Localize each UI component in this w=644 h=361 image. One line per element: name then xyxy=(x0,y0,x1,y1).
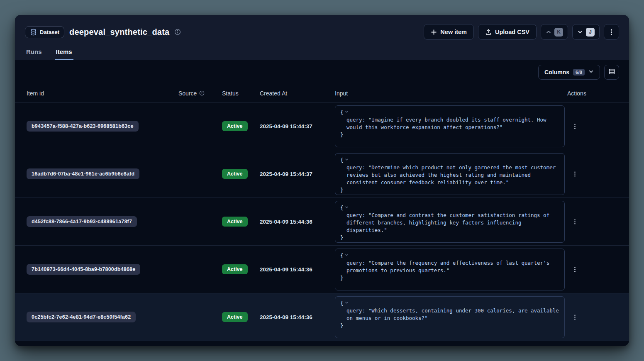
table-row: 0c25bfc2-7e62-4e81-94d7-e8c50f54fa62 Act… xyxy=(15,293,629,341)
table-toolbar: Columns 6/8 xyxy=(15,60,629,84)
row-height-button[interactable] xyxy=(604,65,619,80)
input-json-preview[interactable]: { query: "Imagine if every branch double… xyxy=(335,105,565,147)
row-actions-button[interactable] xyxy=(567,264,582,275)
tab-bar: Runs Items xyxy=(25,46,619,60)
input-query-text: query: "Imagine if every branch doubled … xyxy=(340,116,559,131)
item-id-pill[interactable]: 0c25bfc2-7e62-4e81-94d7-e8c50f54fa62 xyxy=(27,312,136,322)
upload-icon xyxy=(485,29,492,35)
chevron-down-icon xyxy=(588,69,594,76)
collapse-chevron-icon[interactable] xyxy=(345,204,349,211)
dataset-type-badge: Dataset xyxy=(25,26,64,38)
items-table: Item id Source Status Created At Input A… xyxy=(15,84,629,341)
tab-items[interactable]: Items xyxy=(55,46,73,60)
input-query-text: query: "Compare the frequency and effect… xyxy=(340,259,559,274)
status-badge: Active xyxy=(222,312,248,322)
window-header: Dataset deepeval_synthetic_data xyxy=(15,15,629,60)
column-header-item-id: Item id xyxy=(15,90,178,97)
item-id-pill[interactable]: d452fc88-7866-4a17-9b93-c488961a78f7 xyxy=(27,216,137,227)
status-badge: Active xyxy=(222,264,248,274)
collapse-chevron-icon[interactable] xyxy=(345,251,349,259)
kbd-k-badge: K xyxy=(554,28,563,37)
source-info-icon[interactable] xyxy=(199,90,205,96)
collapse-chevron-icon[interactable] xyxy=(345,299,349,307)
created-at-value: 2025-04-09 15:44:36 xyxy=(260,219,312,225)
columns-label: Columns xyxy=(544,69,569,76)
collapse-chevron-icon[interactable] xyxy=(345,156,349,163)
row-actions-button[interactable] xyxy=(567,121,582,132)
item-id-pill[interactable]: 7b140973-66d4-4045-8ba9-b7800db4868e xyxy=(27,264,140,275)
columns-button[interactable]: Columns 6/8 xyxy=(538,65,600,80)
input-query-text: query: "Which desserts, containing under… xyxy=(340,307,559,322)
dataset-badge-label: Dataset xyxy=(40,29,59,35)
row-height-icon xyxy=(608,68,615,76)
table-row: d452fc88-7866-4a17-9b93-c488961a78f7 Act… xyxy=(15,198,629,246)
plus-icon xyxy=(431,29,437,35)
row-actions-button[interactable] xyxy=(567,216,582,227)
created-at-value: 2025-04-09 15:44:36 xyxy=(260,314,312,320)
item-id-pill[interactable]: 16adb7d6-07ba-48e1-961e-ac6b9b6e8afd xyxy=(27,168,139,179)
column-header-created-at: Created At xyxy=(260,90,335,97)
input-query-text: query: "Determine which product not only… xyxy=(340,164,559,186)
input-json-preview[interactable]: { query: "Which desserts, containing und… xyxy=(335,296,565,338)
table-header-row: Item id Source Status Created At Input A… xyxy=(15,84,629,102)
table-row: b943457a-f588-427a-b623-6968581b63ce Act… xyxy=(15,102,629,150)
created-at-value: 2025-04-09 15:44:36 xyxy=(260,266,312,273)
chevron-up-icon xyxy=(546,29,551,35)
table-row: 16adb7d6-07ba-48e1-961e-ac6b9b6e8afd Act… xyxy=(15,150,629,198)
upload-csv-button[interactable]: Upload CSV xyxy=(478,24,537,40)
page-title: deepeval_synthetic_data xyxy=(69,27,169,37)
column-header-status: Status xyxy=(222,90,260,97)
columns-count-badge: 6/8 xyxy=(573,69,585,76)
database-icon xyxy=(30,29,37,36)
created-at-value: 2025-04-09 15:44:37 xyxy=(260,171,312,177)
row-actions-button[interactable] xyxy=(567,312,582,323)
next-item-button[interactable]: J xyxy=(572,24,600,40)
upload-csv-label: Upload CSV xyxy=(495,29,529,35)
row-actions-button[interactable] xyxy=(567,168,582,180)
tab-runs[interactable]: Runs xyxy=(25,46,43,60)
status-badge: Active xyxy=(222,121,248,131)
column-header-actions: Actions xyxy=(567,90,629,97)
status-badge: Active xyxy=(222,169,248,179)
column-header-source: Source xyxy=(178,90,222,97)
kbd-j-badge: J xyxy=(586,28,595,37)
item-id-pill[interactable]: b943457a-f588-427a-b623-6968581b63ce xyxy=(27,121,139,132)
input-query-text: query: "Compare and contrast the custome… xyxy=(340,212,559,234)
created-at-value: 2025-04-09 15:44:37 xyxy=(260,123,312,129)
input-json-preview[interactable]: { query: "Compare the frequency and effe… xyxy=(335,249,565,290)
title-info-icon[interactable] xyxy=(174,29,181,35)
vertical-dots-icon xyxy=(608,29,615,36)
previous-item-button[interactable]: K xyxy=(541,24,568,40)
status-badge: Active xyxy=(222,217,248,227)
table-row: 7b140973-66d4-4045-8ba9-b7800db4868e Act… xyxy=(15,246,629,293)
dataset-window: Dataset deepeval_synthetic_data xyxy=(15,15,629,346)
collapse-chevron-icon[interactable] xyxy=(345,108,349,116)
header-more-actions-button[interactable] xyxy=(604,24,619,40)
column-header-input: Input xyxy=(335,90,567,97)
input-json-preview[interactable]: { query: "Determine which product not on… xyxy=(335,153,565,195)
input-json-preview[interactable]: { query: "Compare and contrast the custo… xyxy=(335,201,565,243)
new-item-button[interactable]: New item xyxy=(424,24,474,40)
new-item-label: New item xyxy=(440,29,467,35)
chevron-down-icon xyxy=(577,29,583,35)
